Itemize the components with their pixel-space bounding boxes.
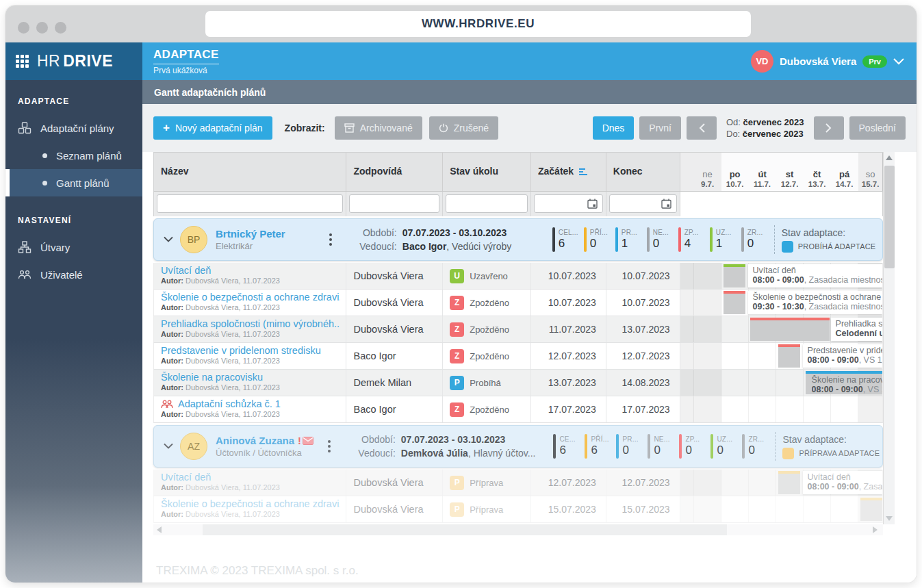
sidebar-item-label: Útvary	[40, 242, 70, 253]
task-link[interactable]: Školenie o bezpečnosti a ochrane zdravi.…	[161, 292, 340, 303]
sidebar-item-gantt-planu[interactable]: Gantt plánů	[5, 169, 142, 196]
task-row[interactable]: Prehliadka spoločnosti (mimo výrobnéh...…	[153, 316, 883, 343]
nav-section-adaptace: ADAPTACE	[5, 87, 142, 114]
horizontal-scrollbar[interactable]	[153, 524, 883, 535]
calendar-icon[interactable]	[661, 199, 671, 209]
kebab-menu[interactable]	[324, 440, 334, 452]
last-button[interactable]: Poslední	[849, 116, 906, 140]
today-button[interactable]: Dnes	[593, 116, 635, 140]
employee-name-link[interactable]: Aninová Zuzana!	[216, 435, 322, 446]
sidebar-item-uzivatele[interactable]: Uživatelé	[5, 261, 142, 288]
filter-stav-input[interactable]	[446, 194, 528, 213]
plan-group-header-aninova[interactable]: AZ Aninová Zuzana! Účtovník / Účtovníčka…	[153, 425, 883, 468]
kebab-menu[interactable]	[326, 233, 335, 246]
gantt-bar[interactable]	[860, 498, 882, 521]
prev-period-button[interactable]	[687, 116, 717, 140]
filter-row	[153, 192, 883, 216]
stat-uzavreno: UZ...0	[710, 434, 742, 459]
scroll-up-arrow[interactable]	[886, 155, 893, 160]
user-menu[interactable]: VD Dubovská Viera Prv	[751, 50, 904, 73]
task-link[interactable]: Školenie o bezpečnosti a ochrane zdravi.…	[161, 498, 340, 509]
column-header-konec[interactable]: Konec	[606, 153, 680, 191]
url-bar[interactable]: WWW.HRDRIVE.EU	[205, 11, 751, 37]
org-chart-icon	[18, 241, 31, 253]
scroll-left-arrow[interactable]	[157, 526, 162, 533]
column-header-zodpovida[interactable]: Zodpovídá	[346, 153, 443, 191]
task-link[interactable]: Uvítací deň	[161, 265, 340, 276]
status-badge: Z	[450, 349, 464, 363]
new-plan-button[interactable]: + Nový adaptační plán	[153, 116, 272, 140]
task-row[interactable]: Uvítací deňAutor: Dubovská Viera, 11.07.…	[153, 470, 883, 496]
column-header-nazev[interactable]: Název	[154, 153, 346, 191]
browser-chrome: WWW.HRDRIVE.EU	[5, 5, 917, 42]
vertical-scrollbar[interactable]	[883, 152, 895, 524]
gantt-bar[interactable]	[723, 291, 745, 314]
stat-nezapocato: NE...0	[648, 434, 679, 459]
task-row[interactable]: Uvítací deňAutor: Dubovská Viera, 11.07.…	[153, 263, 883, 290]
day-header: st12.7.	[776, 153, 804, 191]
first-button[interactable]: První	[639, 116, 681, 140]
traffic-light-dot[interactable]	[55, 22, 66, 34]
sidebar-item-label: Uživatelé	[40, 269, 83, 281]
status-color-square	[782, 241, 793, 253]
plus-icon: +	[163, 121, 170, 135]
gantt-bar[interactable]	[778, 471, 800, 494]
envelope-alert-icon	[303, 437, 313, 445]
scroll-down-arrow[interactable]	[886, 516, 893, 521]
sidebar-item-label: Gantt plánů	[56, 177, 110, 189]
scrollbar-thumb[interactable]	[203, 524, 727, 535]
task-link[interactable]: Prehliadka spoločnosti (mimo výrobnéh...	[161, 318, 340, 329]
user-avatar: VD	[751, 50, 773, 73]
employee-name-link[interactable]: Brtnický Peter	[216, 228, 323, 240]
task-row[interactable]: Predstavenie v pridelenom strediskuAutor…	[153, 343, 883, 370]
gantt-bar[interactable]	[750, 318, 830, 341]
gantt-label: Školenie na pracovisku08:00 - 09:00, VS …	[812, 375, 882, 394]
divider	[775, 432, 776, 461]
task-link[interactable]: Predstavenie v pridelenom stredisku	[161, 345, 340, 356]
filter-zodpovida-input[interactable]	[349, 194, 439, 213]
task-row[interactable]: Školenie o bezpečnosti a ochrane zdravi.…	[153, 290, 883, 316]
calendar-icon[interactable]	[587, 199, 598, 209]
task-row[interactable]: Adaptační schůzka č. 1 Autor: Dubovská V…	[153, 396, 883, 423]
task-link[interactable]: Školenie na pracovisku	[161, 372, 340, 383]
task-row[interactable]: Školenie na pracoviskuAutor: Dubovská Vi…	[153, 370, 883, 396]
cancelled-toggle-button[interactable]: Zrušené	[429, 116, 498, 140]
table-header-row: Název Zodpovídá Stav úkolu Začátek Konec	[153, 152, 883, 192]
avatar: BP	[180, 226, 207, 253]
status-badge: P	[450, 376, 464, 390]
task-link[interactable]: Adaptační schůzka č. 1	[178, 398, 281, 409]
task-row[interactable]: Školenie o bezpečnosti a ochrane zdravi.…	[153, 496, 883, 523]
stat-zruseno: ZR...0	[742, 434, 773, 459]
app-header: ADAPTACE Prvá ukážková VD Dubovská Viera…	[142, 42, 917, 80]
sidebar-item-adaptacni-plany[interactable]: Adaptační plány	[5, 114, 142, 142]
gantt-label: Predstavenie v pridelen08:00 - 09:00, VS…	[803, 344, 882, 368]
gantt-bar[interactable]	[723, 264, 745, 287]
gantt-label: Uvítací deň08:00 - 09:00, Zasadacia mies…	[748, 264, 882, 287]
gantt-bar[interactable]	[778, 344, 800, 368]
task-link[interactable]: Uvítací deň	[161, 472, 340, 483]
chevron-down-icon[interactable]	[164, 235, 173, 244]
employee-role: Účtovník / Účtovníčka	[216, 448, 322, 458]
gantt-label: Školenie o bezpečnosti a ochrane zdrav09…	[748, 291, 882, 314]
chevron-down-icon[interactable]	[164, 442, 173, 451]
page-title[interactable]: ADAPTACE	[153, 48, 219, 64]
sort-icon	[579, 168, 588, 176]
scrollbar-thumb[interactable]	[884, 166, 895, 268]
sidebar-item-seznam-planu[interactable]: Seznam plánů	[5, 142, 142, 169]
section-title: Gantt adaptačních plánů	[154, 87, 266, 98]
logo-wordmark: HRDRIVE	[37, 52, 113, 71]
sidebar-item-utvary[interactable]: Útvary	[5, 233, 142, 261]
scroll-right-arrow[interactable]	[873, 526, 878, 533]
filter-nazev-input[interactable]	[157, 194, 343, 213]
gantt-content: Název Zodpovídá Stav úkolu Začátek Konec	[142, 152, 917, 583]
next-period-button[interactable]	[814, 116, 844, 140]
traffic-light-dot[interactable]	[36, 22, 48, 34]
show-label: Zobrazit:	[285, 123, 325, 133]
archived-toggle-button[interactable]: Archivované	[335, 116, 422, 140]
app-logo[interactable]: HRDRIVE	[5, 42, 142, 80]
plan-group-header-brtnicky[interactable]: BP Brtnický Peter Elektrikár Období:07.0…	[153, 218, 883, 261]
status-badge: P	[450, 476, 464, 490]
column-header-stav-ukolu[interactable]: Stav úkolu	[443, 153, 531, 191]
traffic-light-dot[interactable]	[18, 22, 29, 34]
column-header-zacatek[interactable]: Začátek	[531, 153, 606, 191]
